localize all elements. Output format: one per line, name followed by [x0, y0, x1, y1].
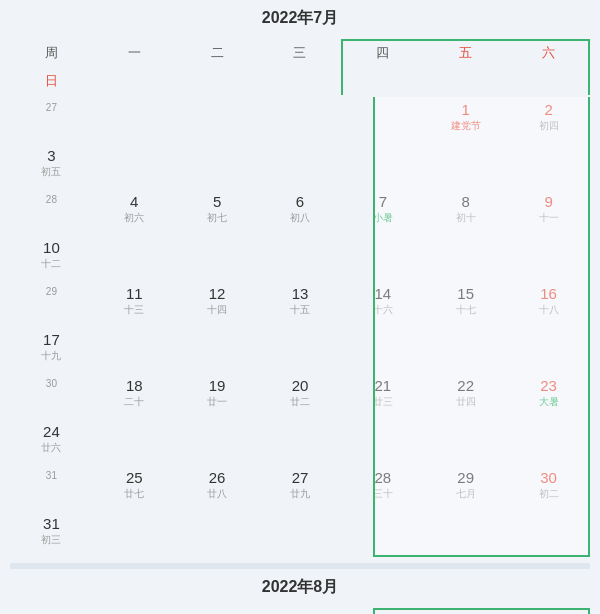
july-title: 2022年7月: [10, 0, 590, 39]
july-28: 28三十: [341, 465, 424, 511]
july-13: 13十五: [259, 281, 342, 327]
july-header-tue: 二: [176, 39, 259, 67]
week-num-27: 27: [10, 97, 93, 143]
week-num-31: 31: [10, 465, 93, 511]
july-8: 8初十: [424, 189, 507, 235]
week-num-30: 30: [10, 373, 93, 419]
july-week-29: 29 11十三 12十四 13十五 14十六 15十七 16十八 17十九: [10, 281, 590, 373]
august-header-fri: 五: [424, 608, 507, 614]
july-26: 26廿八: [176, 465, 259, 511]
july-header-fri: 五: [424, 39, 507, 67]
july-23: 23大暑: [507, 373, 590, 419]
july-21: 21廿三: [341, 373, 424, 419]
july-body: 27 1建党节 2初四 3初五 28 4初六 5初七 6初八 7小暑 8初十 9…: [10, 97, 590, 557]
july-header-week: 周: [10, 39, 93, 67]
july-22: 22廿四: [424, 373, 507, 419]
july-7: 7小暑: [341, 189, 424, 235]
july-6: 6初八: [259, 189, 342, 235]
week-num-29: 29: [10, 281, 93, 327]
august-header-sat: 六: [507, 608, 590, 614]
august-header-tue: 二: [176, 608, 259, 614]
july-20: 20廿二: [259, 373, 342, 419]
july-1: 1建党节: [424, 97, 507, 143]
july-27: 27廿九: [259, 465, 342, 511]
july-4: 4初六: [93, 189, 176, 235]
july-header: 周 一 二 三 四 五 六 日: [10, 39, 590, 95]
july-header-sat: 六: [507, 39, 590, 67]
july-19: 19廿一: [176, 373, 259, 419]
july-header-wed: 三: [259, 39, 342, 67]
july-17: 17十九: [10, 327, 93, 373]
july-10: 10十二: [10, 235, 93, 281]
july-11: 11十三: [93, 281, 176, 327]
cell-empty: [259, 97, 342, 143]
july-week-31: 31 25廿七 26廿八 27廿九 28三十 29七月 30初二 31初三: [10, 465, 590, 557]
july-week-28: 28 4初六 5初七 6初八 7小暑 8初十 9十一 10十二: [10, 189, 590, 281]
page-wrapper: 2022年7月 周 一 二 三 四 五 六 日 27: [0, 0, 600, 614]
july-18: 18二十: [93, 373, 176, 419]
july-12: 12十四: [176, 281, 259, 327]
july-16: 16十八: [507, 281, 590, 327]
july-15: 15十七: [424, 281, 507, 327]
august-header-mon: 一: [93, 608, 176, 614]
july-31: 31初三: [10, 511, 93, 557]
july-9: 9十一: [507, 189, 590, 235]
august-title: 2022年8月: [10, 569, 590, 608]
july-week-27: 27 1建党节 2初四 3初五: [10, 97, 590, 189]
july-29: 29七月: [424, 465, 507, 511]
cell-empty: [341, 97, 424, 143]
cell-empty: [176, 97, 259, 143]
july-week-30: 30 18二十 19廿一 20廿二 21廿三 22廿四 23大暑 24廿六: [10, 373, 590, 465]
august-section: 2022年8月 周 一 二 三 四 五 六 日 32 1建军节 2初五 3初六: [0, 569, 600, 614]
august-header-wed: 三: [259, 608, 342, 614]
july-header-sun: 日: [10, 67, 93, 95]
august-header-week: 周: [10, 608, 93, 614]
august-header-thu: 四: [341, 608, 424, 614]
july-24: 24廿六: [10, 419, 93, 465]
july-header-thu: 四: [341, 39, 424, 67]
week-num-28: 28: [10, 189, 93, 235]
july-25: 25廿七: [93, 465, 176, 511]
august-header: 周 一 二 三 四 五 六 日: [10, 608, 590, 614]
july-3: 3初五: [10, 143, 93, 189]
july-2: 2初四: [507, 97, 590, 143]
july-30: 30初二: [507, 465, 590, 511]
july-14: 14十六: [341, 281, 424, 327]
july-5: 5初七: [176, 189, 259, 235]
cell-empty: [93, 97, 176, 143]
july-section: 2022年7月 周 一 二 三 四 五 六 日 27: [0, 0, 600, 557]
july-header-mon: 一: [93, 39, 176, 67]
